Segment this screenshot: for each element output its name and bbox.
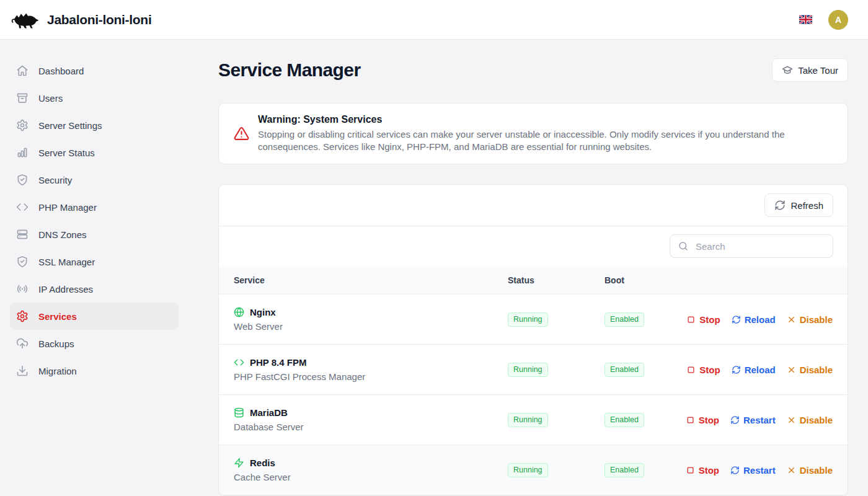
sidebar-item-users[interactable]: Users: [10, 84, 179, 112]
sidebar-item-label: DNS Zones: [38, 229, 87, 240]
refresh-icon: [732, 315, 741, 324]
search-icon: [678, 241, 689, 252]
boot-badge: Enabled: [604, 363, 644, 377]
sidebar-item-label: Services: [38, 311, 77, 322]
table-row-nginx: NginxWeb ServerRunningEnabledStopReloadD…: [219, 294, 848, 345]
bolt-icon: [234, 458, 244, 468]
x-icon: [787, 315, 796, 324]
stop-button[interactable]: Stop: [686, 465, 719, 476]
sidebar-item-services[interactable]: Services: [10, 303, 179, 330]
database-icon: [234, 407, 244, 418]
disable-button[interactable]: Disable: [787, 465, 833, 476]
refresh-button[interactable]: Refresh: [764, 193, 833, 217]
sidebar-item-label: Migration: [38, 366, 77, 376]
archive-icon: [16, 92, 29, 104]
disable-button[interactable]: Disable: [787, 314, 833, 325]
sidebar-nav: DashboardUsersServer SettingsServer Stat…: [0, 40, 188, 496]
sidebar-item-label: Server Status: [38, 148, 95, 158]
brand: Jabaloni-loni-loni: [10, 9, 151, 31]
restart-button[interactable]: Restart: [730, 415, 776, 425]
sidebar-item-label: Server Settings: [38, 120, 102, 131]
sidebar-item-dns-zones[interactable]: DNS Zones: [10, 221, 179, 248]
search-input[interactable]: [694, 241, 825, 252]
disable-button[interactable]: Disable: [787, 365, 833, 375]
service-manager-card: Refresh Service Status Boot NginxWeb Ser…: [218, 184, 848, 496]
column-header-boot: Boot: [604, 275, 833, 285]
top-bar-right: A: [799, 10, 858, 30]
refresh-icon: [730, 415, 740, 425]
refresh-icon: [774, 200, 786, 211]
sidebar-item-dashboard[interactable]: Dashboard: [10, 57, 179, 84]
service-description: PHP FastCGI Process Manager: [234, 371, 508, 382]
warning-banner: Warning: System Services Stopping or dis…: [218, 103, 848, 164]
reload-button[interactable]: Reload: [732, 365, 776, 375]
reload-button[interactable]: Reload: [732, 314, 776, 325]
warning-title: Warning: System Services: [258, 114, 833, 125]
restart-button[interactable]: Restart: [730, 465, 776, 476]
stop-button[interactable]: Stop: [686, 415, 719, 425]
sidebar-item-security[interactable]: Security: [10, 166, 179, 193]
uk-flag-icon[interactable]: [799, 15, 812, 24]
x-icon: [787, 466, 796, 475]
boot-badge: Enabled: [604, 413, 644, 427]
sidebar-item-php-manager[interactable]: PHP Manager: [10, 193, 179, 221]
home-icon: [16, 64, 29, 77]
sidebar-item-label: Security: [38, 175, 72, 185]
service-table-body: NginxWeb ServerRunningEnabledStopReloadD…: [219, 294, 848, 495]
sidebar-item-server-settings[interactable]: Server Settings: [10, 112, 179, 139]
service-description: Database Server: [234, 422, 508, 432]
main-content: Service Manager Take Tour Warning: Syste…: [188, 40, 868, 496]
bar-chart-icon: [16, 146, 29, 159]
table-row-mariadb: MariaDBDatabase ServerRunningEnabledStop…: [219, 395, 848, 445]
stop-icon: [686, 365, 696, 374]
boot-badge: Enabled: [604, 463, 644, 477]
sidebar-item-server-status[interactable]: Server Status: [10, 139, 179, 166]
status-badge: Running: [508, 413, 548, 427]
table-header: Service Status Boot: [219, 266, 848, 294]
column-header-service: Service: [234, 275, 508, 285]
settings-icon: [16, 310, 29, 322]
warning-triangle-icon: [234, 126, 249, 141]
sidebar-item-label: PHP Manager: [38, 202, 97, 213]
download-icon: [16, 365, 29, 377]
take-tour-button[interactable]: Take Tour: [772, 58, 848, 82]
take-tour-label: Take Tour: [798, 65, 838, 76]
code-icon: [234, 357, 244, 368]
shield-check-icon: [16, 255, 29, 268]
sidebar-item-label: SSL Manager: [38, 257, 95, 267]
graduation-cap-icon: [782, 64, 793, 76]
service-description: Web Server: [234, 321, 508, 332]
sidebar-item-label: Users: [38, 93, 63, 104]
avatar[interactable]: A: [828, 10, 848, 30]
sidebar-item-backups[interactable]: Backups: [10, 330, 179, 357]
sidebar-item-migration[interactable]: Migration: [10, 357, 179, 384]
top-bar: Jabaloni-loni-loni A: [0, 0, 868, 40]
x-icon: [787, 415, 796, 425]
globe-icon: [234, 307, 244, 317]
status-badge: Running: [508, 463, 548, 477]
settings-icon: [16, 119, 29, 131]
refresh-icon: [732, 365, 741, 374]
search-box: [670, 234, 833, 258]
sidebar-item-label: Dashboard: [38, 66, 84, 76]
disable-button[interactable]: Disable: [787, 415, 833, 425]
table-row-redis: RedisCache ServerRunningEnabledStopResta…: [219, 445, 848, 495]
x-icon: [787, 365, 796, 374]
table-row-php-8-4-fpm: PHP 8.4 FPMPHP FastCGI Process ManagerRu…: [219, 345, 848, 395]
refresh-label: Refresh: [790, 200, 823, 211]
sidebar-item-label: IP Addresses: [38, 284, 93, 294]
warning-text: Warning: System Services Stopping or dis…: [258, 114, 833, 153]
sidebar-item-ip-addresses[interactable]: IP Addresses: [10, 275, 179, 303]
stop-button[interactable]: Stop: [686, 365, 720, 375]
sidebar-item-ssl-manager[interactable]: SSL Manager: [10, 248, 179, 275]
column-header-status: Status: [508, 275, 604, 285]
service-name: MariaDB: [234, 407, 508, 418]
radio-icon: [16, 283, 29, 295]
brand-name: Jabaloni-loni-loni: [47, 12, 151, 27]
service-name: Nginx: [234, 307, 508, 317]
stop-button[interactable]: Stop: [686, 314, 720, 325]
stop-icon: [686, 315, 696, 324]
boar-logo-icon: [10, 9, 40, 31]
page-title: Service Manager: [218, 60, 360, 81]
stop-icon: [686, 466, 695, 475]
